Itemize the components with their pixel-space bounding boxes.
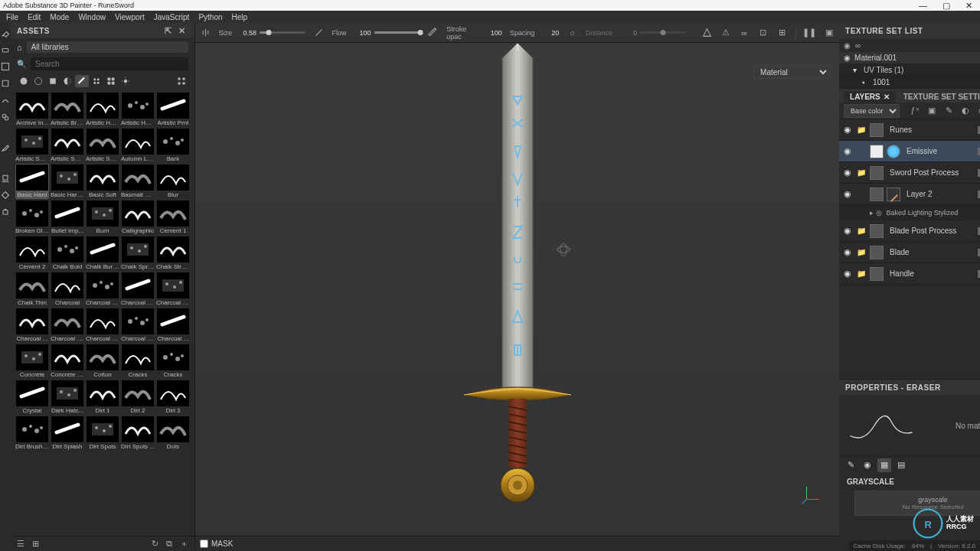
mask-checkbox[interactable]: MASK [200,540,233,548]
filter-alphas-icon[interactable] [90,75,103,87]
brush-item[interactable]: Broken Glass [15,200,49,235]
layer-row[interactable]: ◉ 📁 Blade Norm100 - [839,242,980,263]
brush-item[interactable]: Charcoal N... [51,308,84,343]
visibility-toggle-icon[interactable]: ◉ [842,168,853,178]
layer-mask-thumb[interactable] [870,267,884,281]
brush-item[interactable]: Bullet Imp... [51,200,84,235]
alpha-mode-icon[interactable]: ◉ [861,458,874,472]
brush-item[interactable]: Charcoal Li... [156,272,190,307]
brush-item[interactable]: Cotton [86,344,119,379]
fx-icon[interactable]: ƒˣ [909,105,921,117]
layer-row[interactable]: ◉ 📁 Blade Post Process Pthr62 - [839,220,980,242]
menu-window[interactable]: Window [78,13,106,21]
layer-mask-thumb[interactable] [870,145,884,158]
library-dropdown[interactable]: All libraries [27,41,188,53]
filter-environments-icon[interactable] [119,75,132,87]
brush-item[interactable]: Archive In... [15,92,49,127]
layer-name[interactable]: Emissive [903,147,975,155]
lazy-mouse-icon[interactable]: ○ [567,27,578,39]
brush-item[interactable]: Concrete [15,344,49,379]
picker-tool-icon[interactable] [0,142,11,153]
panel-close-icon[interactable]: ✕ [175,26,189,36]
polyfill-tool-icon[interactable] [0,78,11,89]
brush-item[interactable]: Chalk Burn... [86,236,119,271]
home-icon[interactable]: ⌂ [17,43,22,52]
stencil-mode-icon[interactable]: ▦ [877,458,891,472]
brush-item[interactable]: Dirt Spots ... [121,416,155,451]
brush-item[interactable]: Concrete L... [51,344,84,379]
eraser-tool-icon[interactable] [0,44,11,55]
brush-item[interactable]: Dirt Splash [51,416,84,451]
tab-texture-set-settings[interactable]: TEXTURE SET SETTINGS [897,91,980,103]
render-icon[interactable]: ▣ [823,27,835,39]
brush-item[interactable]: Autumn Le... [121,128,155,163]
brush-item[interactable]: Artistic Soft... [86,128,119,163]
brush-item[interactable]: Chalk Strong [156,236,190,271]
menu-javascript[interactable]: JavaScript [154,13,190,21]
bake-tool-icon[interactable] [0,207,11,217]
brush-item[interactable]: Dirt Brushed [15,416,49,451]
clone-tool-icon[interactable] [0,112,11,122]
brush-item[interactable]: Charcoal S... [121,308,155,343]
brush-item[interactable]: Dirt Spots [86,416,119,451]
brush-item[interactable]: Charcoal R... [86,308,119,343]
brush-item[interactable]: Charcoal F... [121,272,155,307]
visibility-toggle-icon[interactable]: ◉ [842,125,853,135]
brush-item[interactable]: Artistic Bru... [51,92,84,127]
menu-mode[interactable]: Mode [50,13,69,21]
layer-name[interactable]: Blade [887,248,975,256]
menu-file[interactable]: File [6,13,18,21]
link-icon[interactable]: ∞ [739,27,750,39]
maximize-button[interactable]: ▢ [938,1,955,11]
menu-help[interactable]: Help [232,13,248,21]
layer-row[interactable]: ◉ 📁 Sword Post Process Pthr58 - [839,162,980,184]
layer-row[interactable]: ◉ Emissive Norm100 - [839,141,980,162]
panel-expand-icon[interactable]: ⇱ [162,26,175,36]
brush-item[interactable]: Cracks [121,344,155,379]
projection-tool-icon[interactable] [0,61,11,72]
brush-item[interactable]: Bark [156,128,190,163]
size-slider[interactable] [260,31,305,34]
layer-mask-thumb[interactable] [870,166,884,180]
uv-tile-item[interactable]: ▪ 1001 [839,77,980,89]
brush-item[interactable]: Blur [156,164,190,199]
brush-item[interactable]: Charcoal ... [15,308,49,343]
layer-name[interactable]: Handle [887,269,975,278]
filter-smart-masks-icon[interactable] [60,75,74,87]
distance-slider[interactable] [640,31,686,34]
visibility-toggle-icon[interactable]: ◉ [842,146,853,156]
brush-item[interactable]: Dirt 2 [121,380,155,415]
brush-item[interactable]: Charcoal Fi... [86,272,119,307]
add-icon[interactable]: ＋ [178,538,190,549]
layer-thumb[interactable] [887,145,900,158]
layer-thumb[interactable] [887,187,900,201]
brush-item[interactable]: Chalk Thin [15,272,49,307]
layer-name[interactable]: Blade Post Process [887,227,975,235]
brush-item[interactable]: Cracks [156,344,190,379]
layer-name[interactable]: Runes [887,126,975,134]
eye-toggle-icon[interactable]: ◉ [844,41,851,50]
brush-item[interactable]: Cement 1 [156,200,190,235]
3d-viewport[interactable] [195,43,839,536]
brush-item[interactable]: Chalk Spre... [121,236,155,271]
filter-smart-materials-icon[interactable] [46,75,60,87]
brush-item[interactable]: Dirt 1 [86,380,119,415]
add-mask-icon[interactable]: ◐ [959,105,972,117]
layer-row[interactable]: ◉ 📁 Handle Norm100 - [839,263,980,285]
layer-effect-row[interactable]: ▸ ◎Baked Lighting Stylized✕ [839,205,980,220]
brush-item[interactable]: Calligraphic [121,200,155,235]
brush-item[interactable]: Dirt 3 [156,380,190,415]
brush-item[interactable]: Dots [156,416,190,451]
visibility-toggle-icon[interactable]: ◉ [842,226,853,236]
layer-mask-thumb[interactable] [870,123,884,137]
grid-icon[interactable]: ⊞ [776,27,788,39]
brush-item[interactable]: Charcoal [51,272,84,307]
brush-preview-icon[interactable] [313,27,325,39]
material-mode-icon[interactable]: ▤ [894,458,908,472]
material-select[interactable]: Material [753,66,830,79]
pause-icon[interactable]: ❚❚ [803,27,815,39]
brush-item[interactable]: Basmati Br... [121,164,155,199]
brush-item[interactable]: Chalk Bold [51,236,84,271]
brush-item[interactable]: Basic Hard [15,164,49,199]
visibility-toggle-icon[interactable]: ◉ [842,269,853,279]
